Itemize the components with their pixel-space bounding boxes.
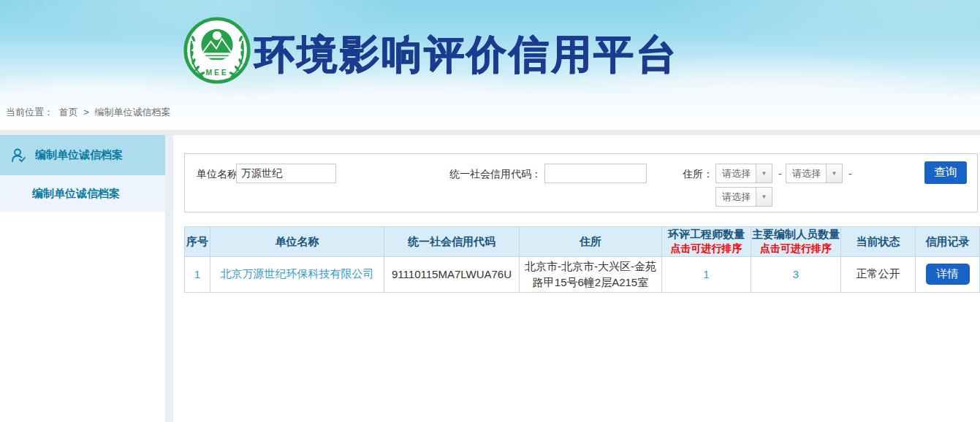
section-divider [0, 130, 980, 135]
chevron-down-icon[interactable]: ▼ [826, 164, 843, 183]
province-select-value: 请选择 [715, 164, 756, 183]
main-content: 单位名称： 统一社会信用代码： 住所： 请选择 ▼ - 请选择 ▼ - 请选择 … [184, 135, 979, 422]
col-address: 住所 [520, 227, 662, 257]
result-table: 序号 单位名称 统一社会信用代码 住所 环评工程师数量 点击可进行排序 主要编制… [184, 226, 980, 293]
col-credit-code: 统一社会信用代码 [384, 227, 520, 257]
mee-logo-icon: MEE [183, 16, 251, 85]
sort-hint[interactable]: 点击可进行排序 [751, 242, 840, 256]
col-credit-record: 信用记录 [916, 227, 980, 257]
sidebar: 编制单位诚信档案 编制单位诚信档案 [0, 135, 165, 422]
sidebar-content-divider [165, 135, 173, 422]
breadcrumb: 当前位置： 首页 > 编制单位诚信档案 [6, 106, 173, 119]
chevron-down-icon[interactable]: ▼ [756, 187, 772, 207]
breadcrumb-label: 当前位置： [6, 107, 53, 118]
sidebar-item-credit-archive[interactable]: 编制单位诚信档案 [0, 135, 165, 175]
staff-count-link[interactable]: 3 [793, 268, 799, 280]
city-select[interactable]: 请选择 ▼ [786, 164, 843, 183]
credit-code-input[interactable] [544, 164, 647, 183]
credit-code-cell: 91110115MA7LWUA76U [384, 257, 520, 293]
district-select-value: 请选择 [715, 187, 756, 207]
logo-text: MEE [206, 69, 229, 77]
select-separator: - [848, 164, 852, 184]
sort-hint[interactable]: 点击可进行排序 [662, 242, 751, 256]
sidebar-subitem-credit-archive[interactable]: 编制单位诚信档案 [0, 175, 165, 212]
company-link[interactable]: 北京万源世纪环保科技有限公司 [221, 267, 374, 280]
status-cell: 正常公开 [841, 257, 916, 293]
chevron-down-icon[interactable]: ▼ [756, 164, 772, 183]
select-separator: - [778, 164, 782, 184]
breadcrumb-home-link[interactable]: 首页 [59, 107, 78, 118]
detail-button[interactable]: 详情 [926, 264, 970, 285]
residence-label: 住所： [683, 164, 713, 184]
district-select[interactable]: 请选择 ▼ [715, 187, 772, 207]
col-company: 单位名称 [210, 227, 384, 257]
search-panel: 单位名称： 统一社会信用代码： 住所： 请选择 ▼ - 请选择 ▼ - 请选择 … [184, 153, 978, 212]
col-status: 当前状态 [841, 227, 916, 257]
col-engineer-count-sort[interactable]: 环评工程师数量 点击可进行排序 [662, 227, 751, 257]
query-button[interactable]: 查询 [924, 161, 967, 184]
credit-code-label: 统一社会信用代码： [426, 164, 542, 184]
col-staff-count-label: 主要编制人员数量 [752, 228, 840, 240]
table-row: 1 北京万源世纪环保科技有限公司 91110115MA7LWUA76U 北京市-… [185, 257, 980, 293]
table-header-row: 序号 单位名称 统一社会信用代码 住所 环评工程师数量 点击可进行排序 主要编制… [185, 227, 980, 257]
sidebar-item-label: 编制单位诚信档案 [35, 148, 123, 162]
province-select[interactable]: 请选择 ▼ [715, 164, 772, 183]
col-engineer-count-label: 环评工程师数量 [668, 228, 745, 240]
page-title: 环境影响评价信用平台 [254, 28, 678, 82]
user-check-icon [10, 147, 28, 164]
city-select-value: 请选择 [786, 164, 827, 183]
breadcrumb-band: 当前位置： 首页 > 编制单位诚信档案 [0, 95, 980, 130]
address-cell: 北京市-北京市-大兴区-金苑路甲15号6幢2层A215室 [520, 257, 662, 293]
row-index: 1 [185, 257, 210, 293]
breadcrumb-separator: > [83, 107, 89, 118]
site-header: MEE 环境影响评价信用平台 [0, 0, 980, 95]
company-name-input[interactable] [236, 164, 336, 183]
engineer-count-link[interactable]: 1 [703, 268, 709, 280]
col-staff-count-sort[interactable]: 主要编制人员数量 点击可进行排序 [751, 227, 841, 257]
sidebar-subitem-label: 编制单位诚信档案 [32, 187, 120, 201]
col-index: 序号 [185, 227, 210, 257]
breadcrumb-current: 编制单位诚信档案 [94, 107, 170, 118]
